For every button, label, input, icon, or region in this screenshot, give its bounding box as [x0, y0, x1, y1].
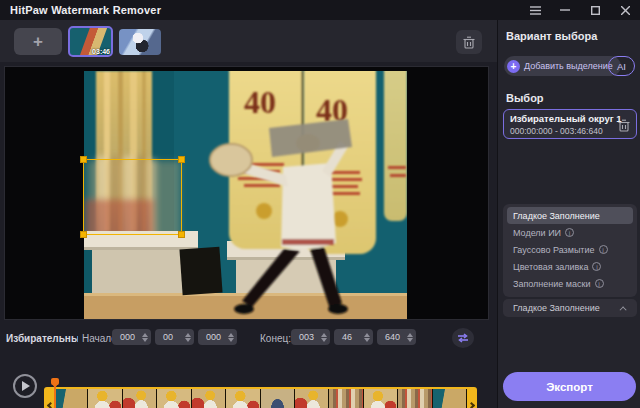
info-icon[interactable]: i [595, 279, 604, 288]
end-ms-field[interactable]: 640 [377, 329, 416, 345]
selection-name-label: Избирательны... [6, 333, 78, 344]
filmstrip-frame [329, 389, 363, 408]
time-controls: Избирательны... Начало: 000 00 000 Конец… [0, 322, 497, 362]
filmstrip-frame [123, 389, 157, 408]
selection-card-title: Избирательный округ 1 [510, 113, 630, 124]
selection-handle-top-right[interactable] [178, 156, 185, 163]
title-bar: HitPaw Watermark Remover [0, 0, 640, 20]
maximize-icon[interactable] [588, 3, 602, 17]
start-hours-field[interactable]: 000 [112, 329, 151, 345]
info-icon[interactable]: i [592, 262, 601, 271]
stepper-icon[interactable] [142, 333, 148, 342]
fill-mode-select-value: Гладкое Заполнение [513, 303, 600, 313]
swap-icon [457, 333, 469, 343]
playhead[interactable] [54, 378, 56, 408]
selection-header: Выбор [506, 92, 544, 104]
selection-handle-top-left[interactable] [80, 156, 87, 163]
chevron-right-icon [467, 401, 474, 408]
window-controls [528, 0, 640, 20]
stepper-icon[interactable] [321, 333, 327, 342]
selection-handle-bottom-left[interactable] [80, 231, 87, 238]
delete-selection-button[interactable] [618, 118, 630, 136]
filmstrip-frame [226, 389, 260, 408]
close-icon[interactable] [618, 3, 632, 17]
thumbnail-duration: 03:46 [92, 48, 110, 55]
filmstrip-frame [295, 389, 329, 408]
app-window: HitPaw Watermark Remover + 03:46 [0, 0, 640, 408]
start-minutes-value: 00 [163, 332, 173, 342]
end-hours-value: 003 [299, 332, 314, 342]
video-preview: 40 40 [4, 66, 489, 320]
banner-number-1: 40 [244, 84, 276, 120]
end-hours-field[interactable]: 003 [291, 329, 330, 345]
timeline [0, 360, 497, 408]
stepper-icon[interactable] [407, 333, 413, 342]
minimize-icon[interactable] [558, 3, 572, 17]
stepper-icon[interactable] [364, 333, 370, 342]
info-icon[interactable]: i [565, 228, 574, 237]
fill-mode-menu: Гладкое Заполнение Модели ИИ i Гауссово … [503, 204, 637, 297]
filmstrip-frame [54, 389, 88, 408]
variant-header: Вариант выбора [506, 30, 597, 42]
window-title: HitPaw Watermark Remover [10, 4, 161, 16]
mode-option-label: Гладкое Заполнение [513, 211, 600, 221]
selection-handle-bottom-right[interactable] [178, 231, 185, 238]
watermark-selection-box[interactable] [83, 159, 182, 235]
main-panel: + 03:46 [0, 20, 497, 408]
filmstrip [54, 389, 467, 408]
video-thumbnail-selected[interactable]: 03:46 [68, 26, 113, 57]
end-minutes-field[interactable]: 46 [334, 329, 373, 345]
add-media-button[interactable]: + [14, 28, 62, 55]
export-button[interactable]: Экспорт [503, 372, 636, 401]
play-button[interactable] [13, 374, 37, 398]
sync-range-button[interactable] [452, 328, 474, 348]
plus-circle-icon: + [507, 60, 520, 73]
chevron-left-icon [46, 401, 53, 408]
mode-option-smooth-fill[interactable]: Гладкое Заполнение [507, 207, 633, 224]
add-selection-button[interactable]: + Добавить выделение [504, 56, 621, 76]
info-icon[interactable]: i [599, 245, 608, 254]
mode-option-color-fill[interactable]: Цветовая заливка i [507, 258, 633, 275]
chevron-up-icon [620, 306, 627, 313]
trim-handle-left[interactable] [44, 387, 54, 408]
stepper-icon[interactable] [228, 333, 234, 342]
selection-card[interactable]: Избирательный округ 1 000:00:000 - 003:4… [503, 109, 637, 139]
trash-icon [463, 36, 475, 49]
filmstrip-frame [157, 389, 191, 408]
trim-handle-right[interactable] [467, 387, 477, 408]
filmstrip-frame [364, 389, 398, 408]
menu-icon[interactable] [528, 3, 542, 17]
end-ms-value: 640 [385, 332, 400, 342]
filmstrip-frame [192, 389, 226, 408]
mode-option-gaussian-blur[interactable]: Гауссово Размытие i [507, 241, 633, 258]
add-selection-label: Добавить выделение [524, 61, 613, 71]
mode-option-label: Модели ИИ [513, 228, 561, 238]
ai-button-label: AI [617, 61, 626, 72]
ai-button[interactable]: AI [608, 56, 635, 76]
filmstrip-frame [261, 389, 295, 408]
selection-card-range: 000:00:000 - 003:46:640 [510, 126, 630, 136]
mode-option-label: Цветовая заливка [513, 262, 588, 272]
mode-option-label: Гауссово Размытие [513, 245, 595, 255]
delete-media-button[interactable] [456, 30, 482, 54]
filmstrip-frame [398, 389, 432, 408]
start-hours-value: 000 [120, 332, 135, 342]
start-ms-value: 000 [206, 332, 221, 342]
mode-option-label: Заполнение маски [513, 279, 591, 289]
end-minutes-value: 46 [342, 332, 352, 342]
mode-option-mask-fill[interactable]: Заполнение маски i [507, 275, 633, 292]
stepper-icon[interactable] [185, 333, 191, 342]
timeline-strip[interactable] [44, 387, 477, 408]
video-thumbnail-2[interactable] [119, 29, 161, 55]
fill-mode-select[interactable]: Гладкое Заполнение [503, 299, 637, 317]
trash-icon [618, 119, 630, 132]
play-icon [22, 381, 30, 391]
plus-icon: + [33, 32, 43, 52]
filmstrip-frame [433, 389, 467, 408]
mode-option-ai-models[interactable]: Модели ИИ i [507, 224, 633, 241]
export-button-label: Экспорт [546, 381, 593, 393]
start-ms-field[interactable]: 000 [198, 329, 237, 345]
start-minutes-field[interactable]: 00 [155, 329, 194, 345]
filmstrip-frame [88, 389, 122, 408]
media-bar: + 03:46 [0, 20, 497, 62]
